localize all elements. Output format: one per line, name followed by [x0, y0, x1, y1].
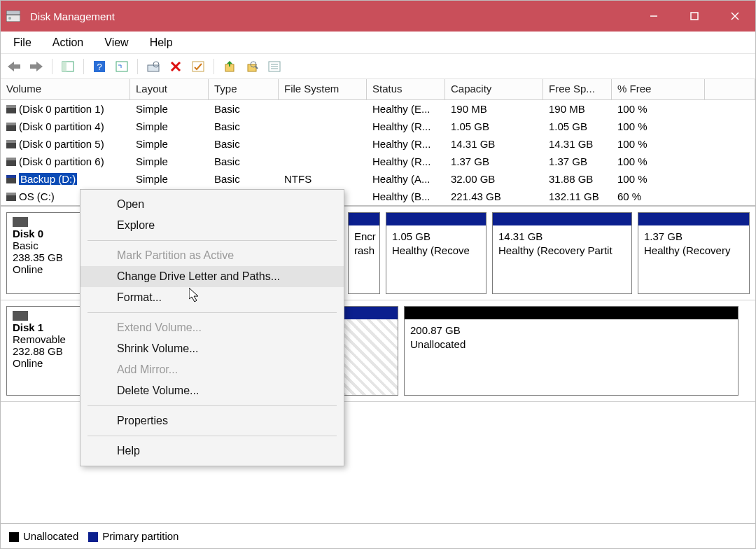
properties-icon[interactable]: [265, 57, 284, 76]
svg-point-2: [8, 17, 11, 20]
disk-icon: [13, 217, 28, 227]
col-capacity[interactable]: Capacity: [445, 79, 543, 100]
col-volume[interactable]: Volume: [1, 79, 130, 100]
volume-row[interactable]: (Disk 0 partition 4)SimpleBasicHealthy (…: [1, 118, 755, 135]
context-menu-item[interactable]: Change Drive Letter and Paths...: [80, 266, 344, 287]
refresh-button[interactable]: [113, 57, 131, 76]
menu-help[interactable]: Help: [143, 34, 180, 52]
partition[interactable]: Encrrash: [348, 212, 380, 294]
svg-marker-7: [8, 62, 20, 71]
find-icon[interactable]: [243, 57, 261, 76]
app-icon: [6, 10, 24, 22]
menubar: File Action View Help: [1, 32, 755, 54]
svg-rect-21: [248, 64, 256, 71]
svg-text:?: ?: [97, 62, 102, 72]
col-rest: [705, 79, 755, 100]
menu-file[interactable]: File: [6, 34, 38, 52]
context-menu-item[interactable]: Format...: [80, 287, 344, 308]
context-menu-item[interactable]: Delete Volume...: [80, 380, 344, 401]
minimize-button[interactable]: [634, 1, 674, 32]
forward-button[interactable]: [27, 57, 46, 76]
cursor-icon: [189, 288, 203, 303]
toolbar: ?: [1, 54, 755, 79]
volume-list: Volume Layout Type File System Status Ca…: [1, 79, 755, 206]
help-icon[interactable]: ?: [90, 57, 108, 76]
svg-rect-13: [116, 62, 127, 71]
volume-icon: [6, 158, 16, 166]
context-menu-item: Mark Partition as Active: [80, 245, 344, 266]
context-menu-item[interactable]: Help: [80, 440, 344, 461]
export-icon[interactable]: [220, 57, 239, 76]
volume-icon: [6, 193, 16, 201]
col-fs[interactable]: File System: [279, 79, 367, 100]
svg-rect-10: [62, 62, 66, 71]
titlebar[interactable]: Disk Management: [1, 1, 755, 32]
volume-row[interactable]: (Disk 0 partition 6)SimpleBasicHealthy (…: [1, 153, 755, 170]
partition-unallocated[interactable]: 200.87 GBUnallocated: [404, 306, 738, 396]
context-menu-item[interactable]: Shrink Volume...: [80, 338, 344, 359]
volume-icon: [6, 175, 16, 183]
menu-view[interactable]: View: [97, 34, 135, 52]
legend: Unallocated Primary partition: [1, 523, 755, 548]
volume-icon: [6, 105, 16, 113]
legend-primary: Primary partition: [102, 530, 178, 542]
check-icon[interactable]: [189, 57, 207, 76]
svg-marker-8: [30, 62, 43, 71]
svg-rect-4: [691, 13, 698, 20]
partition[interactable]: 1.37 GBHealthy (Recovery: [638, 212, 750, 294]
svg-rect-1: [6, 11, 20, 15]
svg-marker-28: [189, 288, 198, 302]
volume-row[interactable]: (Disk 0 partition 1)SimpleBasicHealthy (…: [1, 100, 755, 118]
delete-icon[interactable]: [167, 57, 185, 76]
partition[interactable]: 1.05 GBHealthy (Recove: [386, 212, 486, 294]
svg-rect-18: [192, 62, 204, 71]
context-menu-item[interactable]: Explore: [80, 215, 344, 236]
maximize-button[interactable]: [674, 1, 715, 32]
col-free[interactable]: Free Sp...: [543, 79, 612, 100]
volume-row[interactable]: (Disk 0 partition 5)SimpleBasicHealthy (…: [1, 135, 755, 153]
col-status[interactable]: Status: [367, 79, 445, 100]
context-menu-item[interactable]: Open: [80, 194, 344, 215]
volume-icon: [6, 140, 16, 148]
col-pfree[interactable]: % Free: [612, 79, 705, 100]
partition[interactable]: 14.31 GBHealthy (Recovery Partit: [492, 212, 632, 294]
col-layout[interactable]: Layout: [130, 79, 209, 100]
context-menu-item: Add Mirror...: [80, 359, 344, 380]
show-hide-console-tree-button[interactable]: [59, 57, 77, 76]
menu-action[interactable]: Action: [46, 34, 90, 52]
legend-unallocated: Unallocated: [23, 530, 78, 542]
volume-list-header[interactable]: Volume Layout Type File System Status Ca…: [1, 79, 755, 100]
context-menu[interactable]: OpenExploreMark Partition as ActiveChang…: [80, 189, 344, 466]
volume-icon: [6, 123, 16, 131]
legend-swatch-primary: [88, 532, 98, 542]
context-menu-item[interactable]: Properties: [80, 410, 344, 431]
window-title: Disk Management: [30, 11, 115, 22]
context-menu-item: Extend Volume...: [80, 317, 344, 338]
svg-rect-14: [148, 65, 159, 71]
rescan-disks-button[interactable]: [144, 57, 162, 76]
back-button[interactable]: [5, 57, 23, 76]
disk-icon: [13, 311, 28, 321]
col-type[interactable]: Type: [209, 79, 279, 100]
volume-row[interactable]: Backup (D:)SimpleBasicNTFSHealthy (A...3…: [1, 170, 755, 188]
close-button[interactable]: [715, 1, 755, 32]
legend-swatch-unallocated: [9, 532, 19, 542]
